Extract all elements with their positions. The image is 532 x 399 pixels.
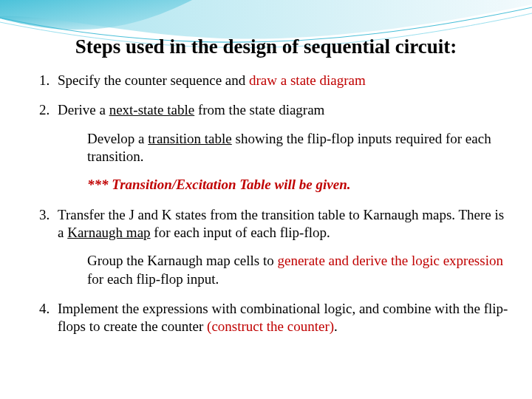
step-2-text-a: Derive a bbox=[58, 102, 109, 117]
step-3: Transfer the J and K states from the tra… bbox=[53, 206, 511, 288]
steps-list: Specify the counter sequence and draw a … bbox=[21, 72, 511, 335]
step-3-text-c: for each input of each flip-flop. bbox=[151, 225, 330, 240]
step-2-sub1-b: transition table bbox=[148, 131, 231, 146]
step-3-sub1-a: Group the Karnaugh map cells to bbox=[87, 253, 277, 268]
step-1: Specify the counter sequence and draw a … bbox=[53, 72, 511, 89]
step-1-highlight: draw a state diagram bbox=[249, 72, 366, 88]
step-1-text: Specify the counter sequence and bbox=[58, 72, 249, 88]
slide-title: Steps used in the design of sequential c… bbox=[21, 35, 511, 58]
step-2: Derive a next-state table from the state… bbox=[53, 101, 511, 194]
step-2-note: *** Transition/Excitation Table will be … bbox=[87, 176, 511, 194]
step-4-highlight: (construct the counter) bbox=[207, 318, 334, 334]
step-3-sub1: Group the Karnaugh map cells to generate… bbox=[87, 252, 511, 288]
step-4-text-c: . bbox=[334, 318, 338, 334]
step-4: Implement the expressions with combinati… bbox=[53, 300, 511, 336]
step-2-underline: next-state table bbox=[109, 102, 195, 117]
step-3-sub1-b: generate and derive the logic expression bbox=[277, 253, 502, 268]
step-3-sub1-c: for each flip-flop input. bbox=[87, 271, 219, 287]
step-2-text-c: from the state diagram bbox=[194, 102, 324, 117]
step-2-sub1: Develop a transition table showing the f… bbox=[87, 130, 511, 166]
slide-content: Steps used in the design of sequential c… bbox=[0, 0, 532, 362]
step-2-sub1-a: Develop a bbox=[87, 131, 148, 146]
step-3-underline: Karnaugh map bbox=[67, 225, 150, 240]
